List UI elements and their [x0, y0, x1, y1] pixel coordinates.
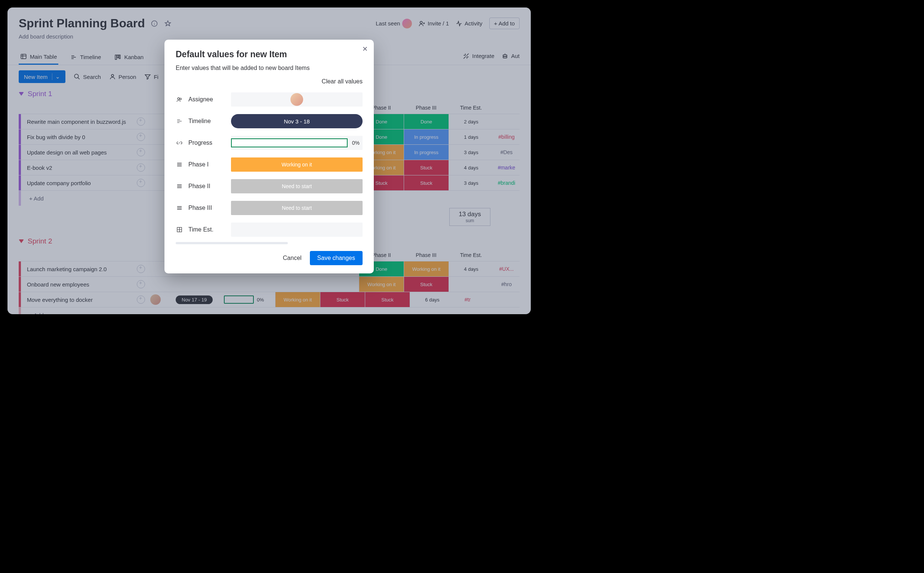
item-name[interactable]: Update company portfolio	[21, 180, 137, 186]
star-icon[interactable]	[164, 19, 172, 28]
item-name[interactable]: Onboard new employees	[21, 281, 137, 288]
automate-button[interactable]: Aut	[502, 53, 520, 59]
integrate-button[interactable]: Integrate	[463, 53, 494, 59]
field-phase3[interactable]: Phase III Need to start	[176, 197, 362, 219]
field-assignee[interactable]: Assignee	[176, 89, 362, 110]
tag-cell[interactable]: #hro	[493, 281, 520, 287]
field-phase2[interactable]: Phase II Need to start	[176, 175, 362, 197]
field-timeline[interactable]: Timeline Nov 3 - 18	[176, 110, 362, 132]
tag-cell[interactable]: #brandi	[493, 180, 520, 186]
scrollbar[interactable]	[176, 242, 288, 244]
timeest-cell[interactable]: 2 days	[448, 114, 493, 129]
timeest-cell[interactable]: 3 days	[448, 145, 493, 160]
chat-icon[interactable]	[137, 265, 145, 273]
timeest-cell[interactable]: 1 days	[448, 129, 493, 144]
table-row[interactable]: Move everything to docker Nov 17 - 19 0%…	[19, 292, 520, 307]
chat-icon[interactable]	[137, 148, 145, 157]
timeest-cell[interactable]: 4 days	[448, 160, 493, 175]
progress-value[interactable]: 0%	[231, 136, 362, 150]
timeline-icon	[176, 118, 183, 125]
phase3-cell[interactable]: Stuck	[404, 175, 448, 190]
person-filter[interactable]: Person	[109, 73, 136, 80]
svg-rect-4	[116, 55, 117, 59]
phase1-value[interactable]: Working on it	[231, 158, 362, 172]
search-button[interactable]: Search	[73, 73, 101, 80]
field-phase1[interactable]: Phase I Working on it	[176, 154, 362, 175]
board-description[interactable]: Add board description	[19, 33, 520, 40]
col-timeest[interactable]: Time Est.	[448, 102, 493, 114]
col-phase3[interactable]: Phase III	[404, 249, 448, 261]
col-timeest[interactable]: Time Est.	[448, 249, 493, 261]
field-progress[interactable]: Progress 0%	[176, 132, 362, 154]
phase3-value[interactable]: Need to start	[231, 201, 362, 215]
field-timeest[interactable]: Time Est.	[176, 219, 362, 241]
filter-button[interactable]: Fi	[144, 73, 159, 80]
tag-cell[interactable]: #Des	[493, 149, 520, 155]
chat-icon[interactable]	[137, 179, 145, 187]
progress-cell[interactable]	[224, 296, 254, 304]
chat-icon[interactable]	[137, 117, 145, 126]
timeest-cell[interactable]: 3 days	[448, 175, 493, 190]
timeest-cell[interactable]: 4 days	[448, 261, 493, 276]
modal-subtitle: Enter values that will be added to new b…	[176, 65, 362, 72]
save-button[interactable]: Save changes	[310, 251, 362, 265]
info-icon[interactable]: i	[150, 19, 159, 28]
svg-point-10	[75, 74, 79, 78]
tab-timeline[interactable]: Timeline	[69, 50, 102, 64]
tab-main-table[interactable]: Main Table	[19, 49, 58, 65]
tab-kanban[interactable]: Kanban	[113, 50, 145, 64]
tag-cell[interactable]: #billing	[493, 134, 520, 140]
item-name[interactable]: Rewrite main component in buzzword.js	[21, 119, 137, 125]
add-to-button[interactable]: + Add to	[489, 17, 520, 29]
item-name[interactable]: Update design on all web pages	[21, 149, 137, 156]
phase3-cell[interactable]: Stuck	[404, 277, 448, 292]
chat-icon[interactable]	[137, 163, 145, 172]
avatar-icon	[150, 294, 161, 305]
phase2-cell[interactable]: Stuck	[320, 292, 365, 307]
caret-down-icon[interactable]	[19, 92, 24, 96]
new-item-button[interactable]: New Item⌄	[19, 70, 66, 83]
clear-all-button[interactable]: Clear all values	[176, 78, 362, 85]
phase3-cell[interactable]: In progress	[404, 145, 448, 160]
caret-down-icon[interactable]	[19, 240, 24, 243]
timeline-value[interactable]: Nov 3 - 18	[231, 114, 362, 128]
phase3-cell[interactable]: Working on it	[404, 261, 448, 276]
last-seen[interactable]: Last seen	[376, 19, 412, 28]
chat-icon[interactable]	[137, 296, 145, 304]
phase3-cell[interactable]: In progress	[404, 129, 448, 144]
chat-icon[interactable]	[137, 133, 145, 141]
timeest-value[interactable]	[231, 222, 362, 237]
tag-cell[interactable]: #UX...	[493, 266, 520, 272]
timeest-cell[interactable]: 6 days	[410, 292, 454, 307]
avatar-icon	[290, 93, 303, 106]
col-phase3[interactable]: Phase III	[404, 102, 448, 114]
activity-button[interactable]: Activity	[456, 20, 482, 27]
chevron-down-icon[interactable]: ⌄	[52, 73, 60, 80]
phase3-cell[interactable]: Done	[404, 114, 448, 129]
svg-point-8	[504, 56, 505, 56]
close-icon[interactable]: ✕	[362, 45, 368, 53]
timeline-cell[interactable]: Nov 17 - 19	[176, 296, 213, 304]
timeest-cell[interactable]	[448, 277, 493, 292]
phase2-cell[interactable]: Working on it	[359, 277, 404, 292]
svg-point-9	[506, 56, 506, 56]
tag-cell[interactable]: #marke	[493, 164, 520, 171]
phase2-value[interactable]: Need to start	[231, 179, 362, 193]
assignee-value[interactable]	[231, 92, 362, 106]
board-title[interactable]: Sprint Planning Board	[19, 16, 145, 30]
item-name[interactable]: Move everything to docker	[21, 297, 137, 303]
invite-button[interactable]: Invite / 1	[419, 20, 449, 27]
board-header: Sprint Planning Board i Last seen Invite…	[8, 8, 531, 43]
phase1-cell[interactable]: Working on it	[275, 292, 320, 307]
phase3-cell[interactable]: Stuck	[404, 160, 448, 175]
cancel-button[interactable]: Cancel	[283, 255, 302, 261]
item-name[interactable]: E-book v2	[21, 164, 137, 171]
add-item-row[interactable]: + Add	[19, 307, 520, 314]
table-row[interactable]: Onboard new employees Working on it Stuc…	[19, 276, 520, 292]
phase3-cell[interactable]: Stuck	[365, 292, 410, 307]
tag-cell[interactable]: #tr	[454, 297, 481, 302]
chat-icon[interactable]	[137, 280, 145, 288]
item-name[interactable]: Launch marketing campaign 2.0	[21, 266, 137, 272]
svg-point-12	[178, 98, 179, 100]
item-name[interactable]: Fix bug with divide by 0	[21, 134, 137, 140]
